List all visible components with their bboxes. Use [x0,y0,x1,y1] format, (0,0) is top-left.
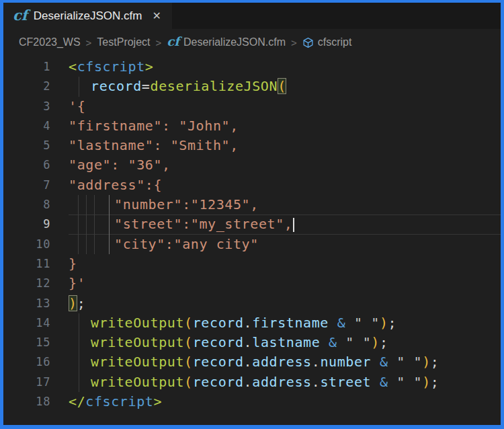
code-token: record [193,315,244,331]
code-token: ( [184,315,193,331]
code-token: "firstname": "John", [69,118,239,134]
code-token: ) [422,354,431,370]
code-line[interactable]: writeOutput(record.lastname & " "); [69,333,501,352]
line-number: 7 [3,176,50,195]
code-line[interactable]: <cfscript> [69,57,501,77]
indent-guide [79,333,79,352]
code-token [388,374,397,390]
code-token: < [69,58,77,75]
code-line[interactable]: "number":"12345", [69,195,501,214]
chevron-right-icon: > [291,37,297,48]
code-token: writeOutput [91,315,184,331]
code-token [371,374,380,390]
code-line[interactable]: writeOutput(record.address.number & " ")… [69,352,501,372]
indent-guide [86,214,87,234]
code-token: ; [380,334,388,350]
chevron-right-icon: > [156,37,162,48]
code-token: ) [371,334,380,350]
indent-guide [79,373,79,392]
bracket-match: ) [69,295,77,311]
code-token: " " [396,374,422,390]
line-number: 9 [3,214,50,234]
code-line[interactable]: record=deserializeJSON( [69,77,501,96]
code-token: ) [380,315,388,331]
code-token: "city":"any city" [114,236,259,252]
code-token: . [244,374,253,390]
line-number: 14 [3,313,50,333]
tab-close-icon[interactable]: ✕ [150,9,163,23]
code-token: address [252,354,312,370]
code-editor[interactable]: 123456789101112131415161718 <cfscript>re… [3,56,501,425]
line-number: 18 [3,392,50,412]
code-token: "street":"my_street", [114,216,292,232]
code-area[interactable]: <cfscript>record=deserializeJSON('{"firs… [69,57,501,425]
code-token: ) [422,374,431,390]
indent-guide [109,214,110,234]
code-token: firstname [252,315,329,331]
code-line[interactable]: </cfscript> [69,392,501,412]
code-token: " " [396,354,422,370]
code-token: ; [388,315,397,331]
breadcrumb-label: CF2023_WS [19,36,81,48]
line-number: 1 [3,57,50,77]
code-token: } [69,256,77,272]
code-line[interactable]: } [69,254,501,274]
code-token: & [337,315,346,331]
code-token: . [244,354,253,370]
breadcrumb-label: cfscript [318,36,352,48]
line-number: 17 [3,373,50,392]
line-number: 12 [3,274,50,293]
code-token: = [142,78,151,94]
code-line[interactable]: "age": "36", [69,155,501,175]
code-token: record [193,334,244,350]
line-number: 8 [3,195,50,214]
breadcrumb-item-folder[interactable]: TestProject [97,36,150,48]
code-token: ( [184,354,193,370]
code-token: "address":{ [69,177,162,193]
tab-deserializejson-cfm[interactable]: cf DeserializeJSON.cfm ✕ [3,3,172,29]
line-number: 13 [3,294,50,313]
chevron-right-icon: > [86,37,92,48]
indent-guide [109,195,110,214]
line-number: 15 [3,333,50,352]
code-token: street [320,374,371,390]
breadcrumb-label: TestProject [97,36,150,48]
code-token: > [153,393,162,410]
indent-guide [78,235,79,254]
breadcrumb-item-file[interactable]: cf DeserializeJSON.cfm [167,36,286,48]
breadcrumb-item-symbol-cfscript[interactable]: cfscript [302,36,352,48]
code-line[interactable]: "city":"any city" [69,235,501,254]
line-number: 16 [3,352,50,372]
code-token [337,334,346,350]
code-token: writeOutput [91,374,184,390]
code-token: cfscript [85,393,153,410]
code-line[interactable]: '{ [69,97,501,116]
indent-guide [79,352,79,372]
code-token: ; [431,374,439,390]
code-token: > [145,58,154,75]
code-line[interactable]: writeOutput(record.firstname & " "); [69,313,501,333]
breadcrumb-item-workspace[interactable]: CF2023_WS [19,36,81,48]
line-number: 5 [3,136,50,155]
code-line[interactable]: }' [69,274,501,293]
code-token: " " [345,334,371,350]
code-line[interactable]: "street":"my_street", [69,214,501,234]
indent-guide [86,235,87,254]
code-line[interactable]: writeOutput(record.address.street & " ")… [69,373,501,392]
code-line[interactable]: "address":{ [69,176,501,195]
code-token: . [312,354,321,370]
code-line[interactable]: ); [69,294,501,313]
line-number: 10 [3,235,50,254]
code-token: . [312,374,321,390]
code-token: record [193,354,244,370]
code-line[interactable]: "lastname": "Smith", [69,136,501,155]
code-token: ( [184,334,193,350]
code-token [329,315,337,331]
line-number: 3 [3,97,50,116]
code-token: " " [354,315,380,331]
code-line[interactable]: "firstname": "John", [69,116,501,136]
code-token [371,354,380,370]
code-token: record [193,374,244,390]
code-token: . [244,334,253,350]
code-token: & [380,354,388,370]
